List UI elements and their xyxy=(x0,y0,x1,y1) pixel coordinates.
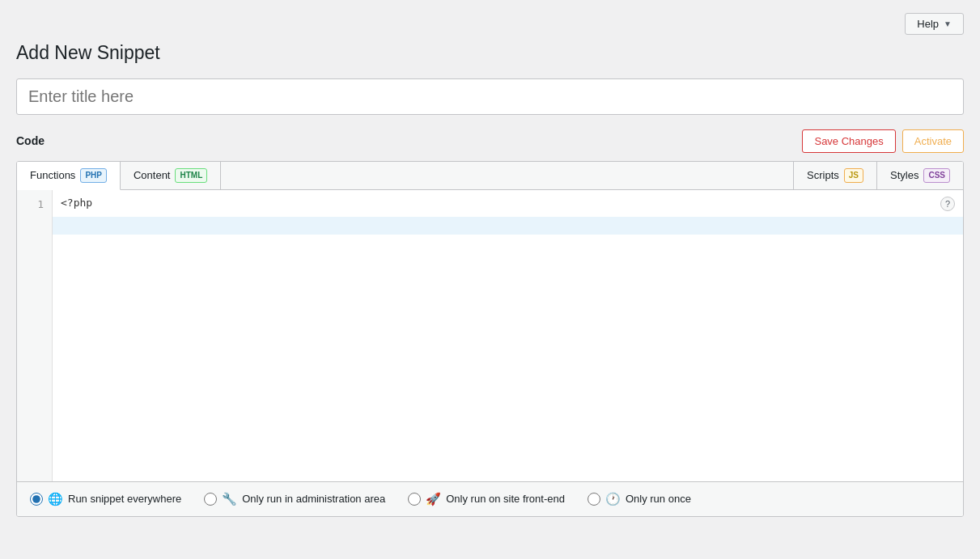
run-once-label: Only run once xyxy=(626,493,691,505)
chevron-down-icon: ▼ xyxy=(944,19,952,28)
line-numbers: 1 xyxy=(17,190,53,481)
tab-styles-badge: CSS xyxy=(923,168,950,183)
tab-functions-label: Functions xyxy=(30,169,75,181)
run-option-admin[interactable]: 🔧 Only run in administration area xyxy=(204,492,385,506)
wrench-icon: 🔧 xyxy=(222,492,237,506)
page-wrapper: Help ▼ Add New Snippet Code Save Changes… xyxy=(0,0,980,559)
run-option-frontend[interactable]: 🚀 Only run on site front-end xyxy=(408,492,565,506)
radio-once[interactable] xyxy=(588,493,600,506)
active-line[interactable] xyxy=(53,217,963,235)
snippet-title-input[interactable] xyxy=(16,78,964,115)
tab-scripts-badge: JS xyxy=(844,168,863,183)
line-number-2: 1 xyxy=(17,197,52,214)
tabs-left: Functions PHP Content HTML xyxy=(17,162,221,189)
tabs-row: Functions PHP Content HTML Scripts JS St… xyxy=(17,162,963,190)
clock-icon: 🕐 xyxy=(605,492,621,506)
run-everywhere-label: Run snippet everywhere xyxy=(68,493,181,505)
activate-button[interactable]: Activate xyxy=(902,129,964,153)
tab-content[interactable]: Content HTML xyxy=(121,162,221,189)
tab-styles-label: Styles xyxy=(890,169,918,181)
page-title: Add New Snippet xyxy=(16,41,964,66)
run-options-bar: 🌐 Run snippet everywhere 🔧 Only run in a… xyxy=(17,481,963,516)
radio-admin[interactable] xyxy=(204,493,217,506)
save-changes-button[interactable]: Save Changes xyxy=(802,129,895,153)
code-section-header: Code Save Changes Activate xyxy=(16,129,964,153)
globe-icon: 🌐 xyxy=(48,492,63,506)
code-editor-container: Functions PHP Content HTML Scripts JS St… xyxy=(16,161,964,517)
tab-content-badge: HTML xyxy=(175,168,207,183)
tab-content-label: Content xyxy=(134,169,171,181)
tabs-right: Scripts JS Styles CSS xyxy=(793,162,963,189)
php-tag: <?php xyxy=(53,190,963,217)
code-label: Code xyxy=(16,134,45,147)
run-admin-label: Only run in administration area xyxy=(242,493,385,505)
run-option-everywhere[interactable]: 🌐 Run snippet everywhere xyxy=(30,492,181,506)
code-editor-area: 1 <?php ? xyxy=(17,190,963,481)
run-option-once[interactable]: 🕐 Only run once xyxy=(588,492,691,506)
tab-functions-badge: PHP xyxy=(80,168,107,183)
rocket-icon: 🚀 xyxy=(426,492,441,506)
run-frontend-label: Only run on site front-end xyxy=(446,493,565,505)
help-label: Help xyxy=(917,18,939,30)
tab-scripts-label: Scripts xyxy=(807,169,839,181)
code-content[interactable]: <?php ? xyxy=(53,190,963,481)
radio-frontend[interactable] xyxy=(408,493,421,506)
tab-scripts[interactable]: Scripts JS xyxy=(793,162,876,189)
tab-functions[interactable]: Functions PHP xyxy=(17,162,121,190)
code-actions: Save Changes Activate xyxy=(802,129,964,153)
radio-everywhere[interactable] xyxy=(30,493,43,506)
help-button[interactable]: Help ▼ xyxy=(905,13,964,35)
help-icon[interactable]: ? xyxy=(940,197,955,211)
help-button-row: Help ▼ xyxy=(16,13,964,35)
tab-styles[interactable]: Styles CSS xyxy=(876,162,963,189)
